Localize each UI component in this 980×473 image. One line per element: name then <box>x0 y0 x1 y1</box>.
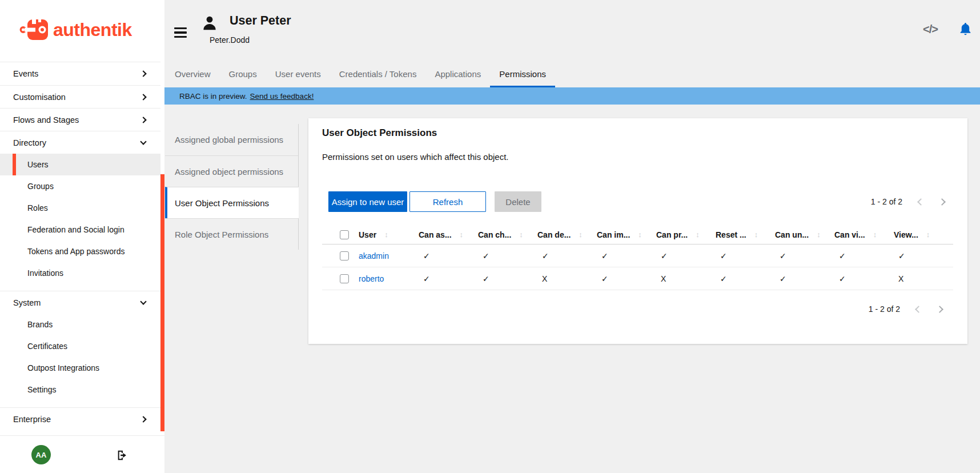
permission-granted-mark: ✓ <box>775 251 834 260</box>
user-link-roberto[interactable]: roberto <box>359 274 384 283</box>
sort-icon[interactable]: ↕ <box>817 230 821 239</box>
column-label: Can vi... <box>834 230 865 239</box>
sidebar-item-events[interactable]: Events <box>0 62 160 85</box>
assign-to-new-user-button[interactable]: Assign to new user <box>328 191 407 212</box>
chevron-right-icon <box>140 117 146 123</box>
refresh-button[interactable]: Refresh <box>409 191 486 212</box>
user-link-akadmin[interactable]: akadmin <box>359 251 389 260</box>
avatar[interactable]: AA <box>31 445 51 464</box>
permission-granted-mark: ✓ <box>478 251 537 260</box>
card-title: User Object Permissions <box>322 127 437 139</box>
column-header-can-ch[interactable]: Can ch...↕ <box>478 230 537 239</box>
permission-denied-mark: X <box>537 274 597 283</box>
sidebar-item-users[interactable]: Users <box>0 154 160 175</box>
topbar: User Peter Peter.Dodd </> OverviewGroups… <box>164 0 980 87</box>
tab-groups[interactable]: Groups <box>220 60 266 87</box>
pagination-next-button[interactable] <box>938 198 946 206</box>
tab-permissions[interactable]: Permissions <box>490 60 555 87</box>
sidebar-item-settings[interactable]: Settings <box>0 379 160 400</box>
user-icon <box>201 15 218 32</box>
column-header-can-as[interactable]: Can as...↕ <box>419 230 478 239</box>
column-header-can-im[interactable]: Can im...↕ <box>597 230 656 239</box>
sort-icon[interactable]: ↕ <box>638 230 642 239</box>
code-icon[interactable]: </> <box>923 23 938 36</box>
sidebar-item-system[interactable]: System <box>0 291 160 314</box>
sort-icon[interactable]: ↕ <box>460 230 464 239</box>
column-header-can-vi[interactable]: Can vi...↕ <box>834 230 894 239</box>
column-header-can-pr[interactable]: Can pr...↕ <box>656 230 716 239</box>
checkbox-cell <box>322 251 359 260</box>
authentik-admin-screen: authentik EventsCustomisationFlows and S… <box>0 0 980 473</box>
column-label: Can un... <box>775 230 809 239</box>
sort-icon[interactable]: ↕ <box>754 230 758 239</box>
sidebar-item-groups[interactable]: Groups <box>0 175 160 197</box>
sidebar: authentik EventsCustomisationFlows and S… <box>0 0 164 473</box>
pagination-label: 1 - 2 of 2 <box>871 197 902 206</box>
sidebar-item-certificates[interactable]: Certificates <box>0 335 160 357</box>
row-checkbox-akadmin[interactable] <box>340 251 349 260</box>
sidebar-footer: AA <box>0 435 164 473</box>
column-header-can-un[interactable]: Can un...↕ <box>775 230 834 239</box>
permission-granted-mark: ✓ <box>716 251 775 260</box>
sidebar-item-invitations[interactable]: Invitations <box>0 262 160 284</box>
sidebar-item-brands[interactable]: Brands <box>0 314 160 335</box>
sidebar-item-customisation[interactable]: Customisation <box>0 85 160 108</box>
sort-icon[interactable]: ↕ <box>696 230 700 239</box>
pagination-prev-button[interactable] <box>917 198 925 206</box>
permission-granted-mark: ✓ <box>597 251 656 260</box>
sidebar-item-enterprise[interactable]: Enterprise <box>0 407 160 430</box>
sign-out-icon[interactable] <box>116 449 128 462</box>
side-tab-role-object-permissions[interactable]: Role Object Permissions <box>165 218 298 250</box>
tab-credentials-tokens[interactable]: Credentials / Tokens <box>330 60 426 87</box>
sort-icon[interactable]: ↕ <box>873 230 877 239</box>
bell-icon[interactable] <box>959 22 972 37</box>
tab-user-events[interactable]: User events <box>266 60 330 87</box>
side-tab-assigned-global-permissions[interactable]: Assigned global permissions <box>165 124 298 155</box>
side-tab-assigned-object-permissions[interactable]: Assigned object permissions <box>165 155 298 187</box>
permission-granted-mark: ✓ <box>775 274 834 283</box>
sidebar-item-directory[interactable]: Directory <box>0 131 160 154</box>
column-label: Can de... <box>537 230 571 239</box>
card-description: Permissions set on users which affect th… <box>322 152 509 162</box>
permission-granted-mark: ✓ <box>419 251 478 260</box>
permission-granted-mark: ✓ <box>834 251 894 260</box>
column-header-user[interactable]: User↕ <box>359 230 419 239</box>
sidebar-item-label: Settings <box>27 385 57 394</box>
column-label: User <box>359 230 376 239</box>
pagination-next-button[interactable] <box>936 306 943 313</box>
sidebar-item-tokens-and-app-passwords[interactable]: Tokens and App passwords <box>0 240 160 262</box>
sort-icon[interactable]: ↕ <box>384 230 388 239</box>
feedback-link[interactable]: Send us feedback! <box>250 92 314 101</box>
banner-text: RBAC is in preview. <box>179 92 247 101</box>
column-header-can-de[interactable]: Can de...↕ <box>537 230 597 239</box>
column-header-reset[interactable]: Reset ...↕ <box>716 230 775 239</box>
tab-overview[interactable]: Overview <box>166 60 220 87</box>
sort-icon[interactable]: ↕ <box>579 230 583 239</box>
sidebar-scrollbar-thumb[interactable] <box>160 174 164 431</box>
column-label: Can im... <box>597 230 630 239</box>
permission-denied-mark: X <box>656 274 716 283</box>
user-cell: roberto <box>359 274 419 284</box>
sort-icon[interactable]: ↕ <box>519 230 523 239</box>
column-header-view[interactable]: View...↕ <box>894 230 953 239</box>
side-tab-user-object-permissions[interactable]: User Object Permissions <box>165 187 299 218</box>
authentik-logo-icon <box>19 18 49 42</box>
permission-granted-mark: ✓ <box>597 274 656 283</box>
column-label: View... <box>894 230 918 239</box>
pagination-label: 1 - 2 of 2 <box>869 304 900 314</box>
authentik-logo[interactable]: authentik <box>19 16 132 43</box>
permission-granted-mark: ✓ <box>537 251 597 260</box>
select-all-checkbox[interactable] <box>340 230 349 239</box>
sidebar-item-flows-and-stages[interactable]: Flows and Stages <box>0 108 160 131</box>
row-checkbox-roberto[interactable] <box>340 274 349 283</box>
delete-button[interactable]: Delete <box>495 191 541 212</box>
sidebar-item-outpost-integrations[interactable]: Outpost Integrations <box>0 357 160 379</box>
sidebar-item-roles[interactable]: Roles <box>0 197 160 219</box>
sidebar-item-federation-and-social-login[interactable]: Federation and Social login <box>0 219 160 240</box>
tab-applications[interactable]: Applications <box>425 60 490 87</box>
pagination-prev-button[interactable] <box>915 306 922 313</box>
column-label: Can as... <box>419 230 452 239</box>
hamburger-menu-icon[interactable] <box>174 27 187 38</box>
sidebar-item-label: Tokens and App passwords <box>27 247 124 256</box>
sort-icon[interactable]: ↕ <box>926 230 930 239</box>
